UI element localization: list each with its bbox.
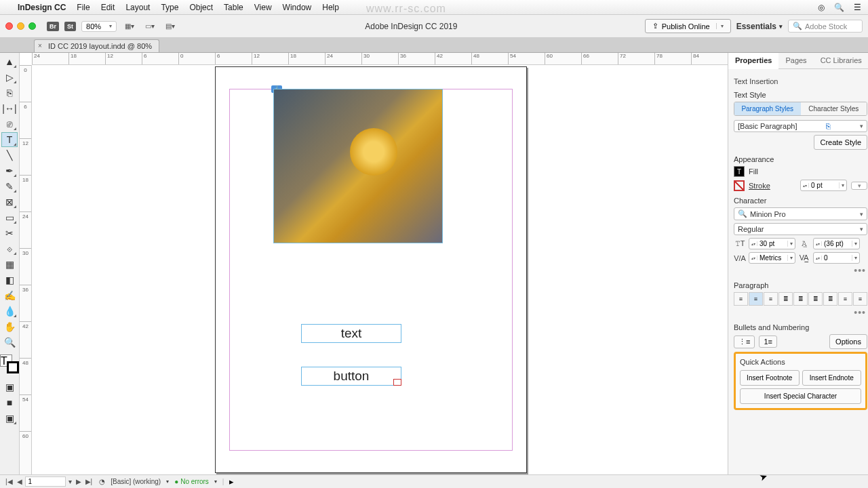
page-number-field[interactable]	[25, 476, 66, 487]
free-transform-tool-icon[interactable]: ⟐	[1, 241, 18, 256]
menu-edit[interactable]: Edit	[101, 3, 115, 12]
tab-cc-libraries[interactable]: CC Libraries	[814, 53, 868, 68]
menu-type[interactable]: Type	[161, 3, 178, 12]
bulleted-list-icon[interactable]: ⋮≡	[734, 336, 755, 348]
fill-swatch-icon[interactable]: T	[734, 166, 745, 177]
minimize-window-icon[interactable]	[17, 22, 24, 30]
workspace-switcher[interactable]: Essentials▾	[736, 22, 783, 31]
close-tab-icon[interactable]: ×	[38, 42, 42, 49]
first-page-icon[interactable]: |◀	[4, 478, 14, 485]
menu-table[interactable]: Table	[224, 3, 243, 12]
stroke-weight-input[interactable]: ▴▾▾	[800, 180, 847, 191]
spotlight-icon[interactable]: 🔍	[834, 3, 844, 12]
align-toward-spine-icon[interactable]: ≡	[838, 292, 852, 306]
menu-layout[interactable]: Layout	[125, 3, 150, 12]
page-tool-icon[interactable]: ⎘	[1, 85, 18, 100]
align-left-icon[interactable]: ≡	[734, 292, 748, 306]
last-page-icon[interactable]: ▶|	[84, 478, 94, 485]
prev-page-icon[interactable]: ◀	[16, 478, 24, 485]
justify-center-icon[interactable]: ≣	[793, 292, 808, 306]
eyedropper-tool-icon[interactable]: 💧	[1, 304, 18, 319]
justify-all-icon[interactable]: ≣	[823, 292, 837, 306]
stroke-label[interactable]: Stroke	[749, 182, 770, 190]
menu-window[interactable]: Window	[283, 3, 312, 12]
font-style-dropdown[interactable]: Regular▾	[734, 223, 867, 235]
character-more-icon[interactable]: •••	[735, 265, 866, 276]
align-away-spine-icon[interactable]: ≡	[853, 292, 867, 306]
rectangle-tool-icon[interactable]: ▭	[1, 210, 18, 225]
character-styles-tab[interactable]: Character Styles	[801, 102, 867, 115]
zoom-window-icon[interactable]	[28, 22, 36, 30]
hand-tool-icon[interactable]: ✋	[1, 319, 18, 334]
cc-icon[interactable]: ◎	[818, 3, 825, 12]
vertical-ruler[interactable]: 06121824303642485460	[20, 65, 32, 474]
justify-right-icon[interactable]: ≣	[808, 292, 823, 306]
horizontal-ruler[interactable]: 24181260612182430364248546066727884	[32, 53, 728, 65]
zoom-level[interactable]: 80%▾	[81, 21, 117, 32]
tab-properties[interactable]: Properties	[728, 53, 778, 69]
text-frame-1[interactable]: text	[301, 324, 401, 343]
preflight-open-icon[interactable]: ◔	[99, 478, 105, 485]
page[interactable]: ⚓ text button	[215, 66, 527, 473]
formatting-container-icon[interactable]: ▣	[1, 380, 18, 394]
close-window-icon[interactable]	[5, 22, 13, 30]
leading-input[interactable]: ▴▾▾	[813, 238, 860, 249]
font-family-dropdown[interactable]: 🔍Minion Pro▾	[734, 207, 867, 220]
menu-object[interactable]: Object	[189, 3, 213, 12]
content-collector-icon[interactable]: ⎚	[1, 117, 18, 131]
menu-file[interactable]: File	[77, 3, 90, 12]
screen-mode-icon[interactable]: ▭▾	[142, 20, 157, 33]
apply-color-icon[interactable]: ■	[1, 395, 18, 410]
justify-left-icon[interactable]: ≣	[778, 292, 793, 306]
publish-online-button[interactable]: ⇪Publish Online▾	[645, 19, 731, 33]
stock-badge[interactable]: St	[64, 22, 76, 31]
page-navigator[interactable]: |◀ ◀ ▾ ▶ ▶|	[4, 476, 94, 487]
placed-image-frame[interactable]	[273, 89, 443, 243]
document-tab[interactable]: × ID CC 2019 layout.indd @ 80%	[34, 39, 159, 52]
preflight-profile[interactable]: [Basic] (working)	[111, 478, 161, 485]
paragraph-styles-tab[interactable]: Paragraph Styles	[734, 102, 801, 115]
insert-endnote-button[interactable]: Insert Endnote	[802, 370, 862, 386]
fill-stroke-swatch[interactable]: T	[0, 354, 19, 373]
scissors-tool-icon[interactable]: ✂	[1, 226, 18, 241]
type-tool-icon[interactable]: T	[1, 132, 18, 147]
align-right-icon[interactable]: ≡	[764, 292, 778, 306]
preflight-status[interactable]: No errors	[174, 478, 209, 485]
insert-special-character-button[interactable]: Insert Special Character	[740, 388, 861, 404]
stroke-swatch-icon[interactable]	[734, 180, 745, 191]
menu-list-icon[interactable]: ☰	[854, 3, 861, 12]
pencil-tool-icon[interactable]: ✎	[1, 179, 18, 194]
stroke-color-icon[interactable]	[7, 361, 19, 373]
selection-tool-icon[interactable]: ▲	[1, 54, 18, 69]
arrange-icon[interactable]: ▤▾	[163, 20, 178, 33]
line-tool-icon[interactable]: ╲	[1, 148, 18, 163]
direct-selection-tool-icon[interactable]: ▷	[1, 70, 18, 85]
align-center-icon[interactable]: ≡	[749, 292, 763, 306]
overset-indicator-icon[interactable]	[393, 379, 401, 386]
zoom-tool-icon[interactable]: 🔍	[1, 335, 18, 350]
numbered-list-icon[interactable]: 1≡	[759, 336, 777, 348]
paragraph-more-icon[interactable]: •••	[735, 307, 866, 318]
page-dropdown-icon[interactable]: ▾	[67, 478, 73, 485]
pen-tool-icon[interactable]: ✒	[1, 163, 18, 178]
menu-view[interactable]: View	[254, 3, 272, 12]
create-style-button[interactable]: Create Style	[814, 135, 867, 150]
gap-tool-icon[interactable]: |↔|	[1, 101, 18, 116]
app-name[interactable]: InDesign CC	[18, 3, 66, 12]
kerning-input[interactable]: ▴▾▾	[749, 252, 795, 264]
tab-pages[interactable]: Pages	[778, 53, 813, 68]
tracking-input[interactable]: ▴▾▾	[813, 252, 860, 264]
document-canvas[interactable]: 24181260612182430364248546066727884 0612…	[20, 53, 728, 474]
gradient-feather-tool-icon[interactable]: ◧	[1, 272, 18, 287]
font-size-input[interactable]: ▴▾▾	[749, 238, 795, 249]
bullets-options-button[interactable]: Options	[829, 334, 867, 349]
bridge-badge[interactable]: Br	[47, 22, 59, 31]
new-style-icon[interactable]: ⎘	[826, 122, 831, 130]
note-tool-icon[interactable]: ✍	[1, 288, 18, 303]
next-page-icon[interactable]: ▶	[75, 478, 83, 485]
view-options-icon[interactable]: ▦▾	[122, 20, 137, 33]
text-frame-2[interactable]: button	[301, 367, 401, 386]
adobe-stock-search[interactable]: 🔍Adobe Stock	[788, 20, 863, 33]
menu-help[interactable]: Help	[322, 3, 339, 12]
screen-mode-tool-icon[interactable]: ▣	[1, 411, 18, 426]
